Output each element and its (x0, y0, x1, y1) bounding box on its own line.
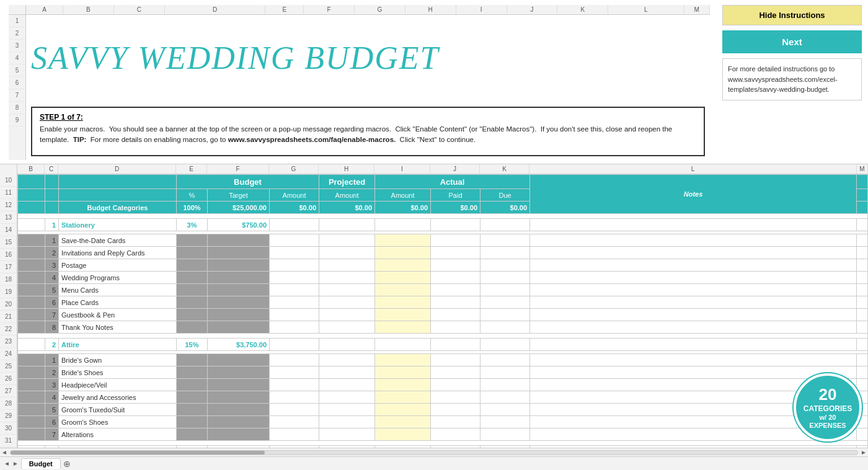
due-subheader: Due (480, 189, 530, 202)
item-7-notes[interactable] (530, 309, 857, 321)
item-2-due[interactable] (480, 247, 530, 259)
item-6-amount[interactable] (270, 296, 319, 309)
item-6-act[interactable] (375, 296, 431, 309)
a3-paid[interactable] (431, 379, 480, 391)
item-5-notes[interactable] (530, 284, 857, 296)
item-8-act[interactable] (375, 321, 431, 334)
item-4-paid[interactable] (431, 272, 480, 284)
item-3-amount[interactable] (270, 259, 319, 272)
tab-budget[interactable]: Budget (21, 458, 61, 469)
a7-act[interactable] (375, 428, 431, 441)
a4-act[interactable] (375, 391, 431, 404)
item-7-due[interactable] (480, 309, 530, 321)
item-2-notes[interactable] (530, 247, 857, 259)
a2-amount[interactable] (270, 366, 319, 379)
a1-due[interactable] (480, 354, 530, 366)
item-8-amount[interactable] (270, 321, 319, 334)
item-3-due[interactable] (480, 259, 530, 272)
item-2-amount[interactable] (270, 247, 319, 259)
item-3-act[interactable] (375, 259, 431, 272)
item-1-act[interactable] (375, 234, 431, 247)
a3-act[interactable] (375, 379, 431, 391)
item-6-notes[interactable] (530, 296, 857, 309)
item-1-num: 1 (45, 234, 59, 247)
a4-paid[interactable] (431, 391, 480, 404)
item-5-proj (319, 284, 375, 296)
rn-25: 25 (0, 360, 17, 373)
item-6-blank (857, 296, 868, 309)
item-8-paid[interactable] (431, 321, 480, 334)
item-6-due[interactable] (480, 296, 530, 309)
rn-32: 32 (0, 447, 17, 448)
a5-paid[interactable] (431, 404, 480, 416)
a7-due[interactable] (480, 428, 530, 441)
scroll-left-icon[interactable]: ◄ (1, 449, 7, 456)
hide-instructions-button[interactable]: Hide Instructions (722, 5, 862, 25)
tab-prev-icon[interactable]: ◄ (4, 460, 10, 467)
a4-pct (177, 391, 208, 404)
a2-label: Bride's Shoes (59, 366, 177, 379)
item-8-due[interactable] (480, 321, 530, 334)
a2-due[interactable] (480, 366, 530, 379)
a7-amount[interactable] (270, 428, 319, 441)
a1-amount[interactable] (270, 354, 319, 366)
item-1-amount[interactable] (270, 234, 319, 247)
header-row-1: ↓ ↑ − + Budget Projected (18, 175, 868, 189)
a2-notes[interactable] (530, 366, 857, 379)
item-5-due[interactable] (480, 284, 530, 296)
next-button[interactable]: Next (722, 30, 862, 53)
a2-paid[interactable] (431, 366, 480, 379)
a2-act[interactable] (375, 366, 431, 379)
tab-next-icon[interactable]: ► (12, 460, 19, 467)
item-2-act[interactable] (375, 247, 431, 259)
item-4-notes[interactable] (530, 272, 857, 284)
a3-nav (18, 379, 45, 391)
row-col-spacer (9, 5, 26, 15)
item-4-due[interactable] (480, 272, 530, 284)
item-4-act[interactable] (375, 272, 431, 284)
table-area: B C D E F G H I J K L M (17, 164, 868, 448)
tab-add-icon[interactable]: ⊕ (63, 459, 71, 469)
a6-due[interactable] (480, 416, 530, 428)
a5-amount[interactable] (270, 404, 319, 416)
item-5-act[interactable] (375, 284, 431, 296)
a4-amount[interactable] (270, 391, 319, 404)
a1-paid[interactable] (431, 354, 480, 366)
a1-notes[interactable] (530, 354, 857, 366)
item-1-notes[interactable] (530, 234, 857, 247)
item-8-notes[interactable] (530, 321, 857, 334)
item-5-amount[interactable] (270, 284, 319, 296)
item-2-paid[interactable] (431, 247, 480, 259)
item-groom-shoes: 6 Groom's Shoes (18, 416, 868, 428)
item-6-paid[interactable] (431, 296, 480, 309)
a6-amount[interactable] (270, 416, 319, 428)
rn-17: 17 (0, 261, 17, 273)
a1-act[interactable] (375, 354, 431, 366)
col-c: C (114, 5, 165, 14)
minus-icon[interactable]: − (30, 176, 36, 187)
a3-amount[interactable] (270, 379, 319, 391)
item-3-paid[interactable] (431, 259, 480, 272)
a6-paid[interactable] (431, 416, 480, 428)
item-1-due[interactable] (480, 234, 530, 247)
a5-act[interactable] (375, 404, 431, 416)
a3-due[interactable] (480, 379, 530, 391)
item-3-notes[interactable] (530, 259, 857, 272)
item-4-amount[interactable] (270, 272, 319, 284)
down-arrow-icon[interactable]: ↓ (19, 177, 24, 187)
item-5-paid[interactable] (431, 284, 480, 296)
scroll-right-icon[interactable]: ► (861, 449, 867, 456)
a4-due[interactable] (480, 391, 530, 404)
attire-header-row: 2 Attire 15% $3,750.00 (18, 339, 868, 351)
stationery-nav (18, 219, 45, 231)
item-7-paid[interactable] (431, 309, 480, 321)
up-arrow-icon[interactable]: ↑ (25, 177, 29, 187)
scrollbar-track[interactable] (10, 450, 858, 455)
item-1-paid[interactable] (431, 234, 480, 247)
item-7-act[interactable] (375, 309, 431, 321)
plus-icon[interactable]: + (38, 176, 43, 187)
a5-due[interactable] (480, 404, 530, 416)
a7-paid[interactable] (431, 428, 480, 441)
a6-act[interactable] (375, 416, 431, 428)
item-7-amount[interactable] (270, 309, 319, 321)
